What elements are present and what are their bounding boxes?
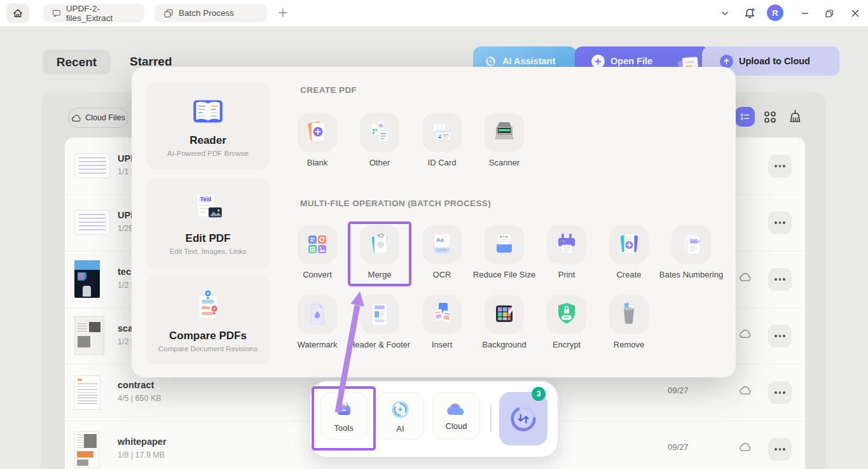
restore-icon [825, 9, 834, 18]
grid-view-toggle[interactable] [762, 109, 778, 127]
reader-mode-card[interactable]: Reader AI-Powered PDF Browse [146, 83, 270, 169]
upload-arrow-icon [720, 55, 733, 68]
encrypt-icon: *** [554, 300, 579, 328]
dock-ai-button[interactable]: AI [376, 392, 424, 440]
upload-to-cloud-label: Upload to Cloud [739, 56, 810, 66]
tool-remove[interactable]: Remove [598, 295, 659, 349]
mode-title: Edit PDF [186, 232, 231, 245]
print-icon [554, 230, 579, 258]
tool-reduce-file-size[interactable]: Reduce File Size [474, 225, 535, 279]
tab-label: Batch Process [179, 8, 234, 18]
mode-subtitle: AI-Powered PDF Browse [167, 150, 249, 157]
tool-scanner[interactable]: Scanner [474, 113, 535, 167]
tool-convert[interactable]: Convert [287, 225, 348, 279]
merge-highlight-box [348, 221, 411, 286]
file-thumbnail [74, 375, 100, 410]
more-options-button[interactable] [768, 211, 792, 234]
chat-bubble-icon [52, 8, 61, 18]
notifications-button[interactable] [741, 5, 758, 22]
tools-popup: Reader AI-Powered PDF Browse Text Edit P… [132, 67, 736, 377]
more-options-button[interactable] [768, 325, 792, 347]
tool-background[interactable]: Background [474, 295, 535, 349]
mode-title: Compare PDFs [169, 330, 247, 342]
edit-pdf-icon: Text [189, 192, 226, 226]
dock-cloud-button[interactable]: Cloud [432, 392, 480, 440]
bell-icon [743, 7, 756, 20]
avatar-initial: R [772, 8, 778, 18]
clean-button[interactable] [787, 108, 804, 128]
tool-bates-numbering[interactable]: 000123 Bates Numbering [661, 225, 722, 279]
close-button[interactable] [847, 5, 864, 22]
tab-recent[interactable]: Recent [43, 50, 111, 74]
insert-icon [429, 300, 455, 328]
svg-text:Aa: Aa [436, 237, 444, 243]
tool-blank[interactable]: Blank [287, 113, 348, 167]
more-options-button[interactable] [768, 381, 792, 404]
tab-batch-process[interactable]: Batch Process [155, 4, 267, 22]
tool-id-card[interactable]: ID Card [411, 113, 472, 167]
compare-pdfs-icon [190, 289, 226, 323]
file-thumbnail [74, 316, 104, 355]
tool-ocr[interactable]: Aa OCR [411, 225, 472, 279]
tool-other[interactable]: Other [349, 113, 410, 167]
mode-subtitle: Edit Text, Images, Links [169, 248, 246, 255]
file-meta: 1/8 | 17.9 MB [118, 451, 165, 459]
batch-copy-icon [163, 8, 174, 18]
remove-icon [616, 300, 642, 328]
reader-icon [189, 95, 226, 128]
restore-button[interactable] [821, 5, 837, 22]
convert-icon [305, 230, 330, 258]
tab-updf-2-files-extract[interactable]: UPDF-2-files_Extract [43, 4, 144, 22]
queue-count-badge: 3 [532, 387, 546, 401]
more-options-button[interactable] [768, 438, 792, 461]
home-icon [12, 8, 24, 19]
home-button[interactable] [6, 3, 29, 23]
grid-view-icon [762, 109, 778, 125]
cloud-sync-icon[interactable] [739, 328, 752, 341]
annotation-arrow [318, 283, 382, 420]
dock-ai-label: AI [396, 424, 404, 433]
app-window: UPDF-2-files_Extract Batch Process R Rec… [0, 0, 868, 469]
plus-icon [278, 8, 288, 18]
blank-icon [305, 118, 330, 146]
more-options-button[interactable] [768, 155, 792, 178]
cloud-icon [71, 114, 81, 122]
list-view-toggle[interactable] [735, 107, 755, 127]
edit-pdf-mode-card[interactable]: Text Edit PDF Edit Text, Images, Links [146, 179, 270, 268]
list-view-icon [740, 111, 750, 122]
cloud-files-button[interactable]: Cloud Files [68, 108, 128, 128]
new-tab-button[interactable] [276, 6, 290, 20]
minimize-button[interactable] [797, 5, 813, 22]
tool-insert[interactable]: Insert [411, 295, 472, 349]
mode-title: Reader [189, 134, 226, 147]
avatar[interactable]: R [767, 4, 783, 21]
chevron-down-icon [720, 9, 729, 18]
dock-cloud-label: Cloud [446, 421, 467, 431]
plus-circle-icon [591, 55, 605, 68]
tool-encrypt[interactable]: *** Encrypt [536, 295, 597, 349]
file-name: whitepaper [118, 437, 167, 447]
ai-assistant-label: AI Assistant [502, 56, 555, 66]
cloud-sync-icon[interactable] [739, 442, 752, 454]
sync-progress-icon [509, 404, 538, 433]
broom-icon [787, 108, 804, 125]
cloud-files-label: Cloud Files [85, 113, 125, 122]
more-options-button[interactable] [768, 268, 792, 291]
file-meta: 1/29 [118, 224, 133, 233]
dock-cloud-icon [445, 401, 468, 417]
dropdown-chevron-button[interactable] [717, 5, 733, 22]
compare-pdfs-mode-card[interactable]: Compare PDFs Compare Document Revisions [146, 277, 270, 364]
file-date: 09/27 [668, 442, 689, 452]
tool-print[interactable]: Print [536, 225, 597, 279]
tool-create[interactable]: Create [598, 225, 659, 279]
cloud-sync-icon[interactable] [739, 272, 752, 284]
minimize-icon [801, 9, 809, 18]
cloud-sync-icon[interactable] [739, 385, 752, 398]
titlebar: UPDF-2-files_Extract Batch Process R [0, 0, 868, 27]
close-icon [851, 9, 860, 18]
file-thumbnail [74, 431, 99, 468]
dock-divider [490, 407, 492, 432]
ocr-icon: Aa [429, 230, 455, 258]
tab-label: UPDF-2-files_Extract [66, 4, 135, 23]
file-thumbnail [74, 260, 100, 298]
